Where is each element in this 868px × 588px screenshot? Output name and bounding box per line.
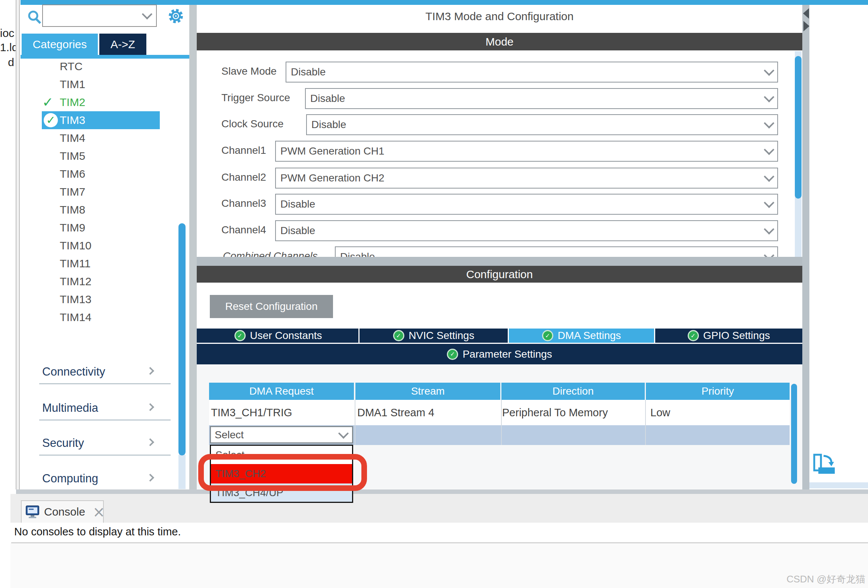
sidebar-item-tim9[interactable]: TIM9 [21,219,189,237]
mode-row-label: Channel2 [221,168,266,187]
sidebar-item-rtc[interactable]: RTC [21,58,189,75]
sidebar-item-tim10[interactable]: TIM10 [21,237,189,255]
gear-icon[interactable] [167,7,185,25]
red-annotation-box [198,454,367,491]
tab-nvic-settings[interactable]: ✓ NVIC Settings [360,328,508,343]
tab-user-constants[interactable]: ✓ User Constants [198,328,359,343]
tab-a-to-z[interactable]: A->Z [99,34,146,55]
sidebar-item-tim14[interactable]: TIM14 [21,308,189,326]
tab-categories-label: Categories [32,38,87,51]
slave-mode-select[interactable]: Disable [286,62,778,83]
chevron-down-icon [764,171,774,182]
sidebar-category-computing[interactable]: Computing [21,471,189,490]
sidebar-item-tim4[interactable]: TIM4 [21,129,189,147]
mode-scrollbar-thumb[interactable] [795,56,802,199]
mode-row-label: Trigger Source [221,88,290,108]
sidebar-item-tim11[interactable]: TIM11 [21,255,189,273]
item-label: TIM5 [60,150,85,162]
sidebar-category-connectivity[interactable]: Connectivity [21,364,189,384]
mode-row-label: Slave Mode [221,62,277,81]
sidebar-item-tim8[interactable]: TIM8 [21,201,189,219]
item-label: TIM6 [60,168,85,180]
cell-direction: Peripheral To Memory [502,400,608,425]
sidebar-item-tim3-selected[interactable]: ✓ TIM3 [21,111,189,129]
column-separator [355,400,356,445]
console-tab-label: Console [44,505,85,518]
main-splitter[interactable] [189,5,197,489]
sidebar-item-tim7[interactable]: TIM7 [21,183,189,201]
category-label: Multimedia [42,400,98,415]
search-combobox[interactable] [42,4,157,27]
item-label: TIM13 [60,293,92,305]
sidebar-item-tim13[interactable]: TIM13 [21,291,189,308]
table-row[interactable] [209,400,790,425]
tab-gpio-settings[interactable]: ✓ GPIO Settings [655,328,802,343]
sidebar-scrollbar-track[interactable] [179,455,186,489]
tab-label: GPIO Settings [703,329,770,341]
section-splitter[interactable] [197,257,802,266]
search-dropdown-chevron-icon[interactable] [142,9,152,19]
sidebar-item-tim5[interactable]: TIM5 [21,147,189,165]
channel1-select[interactable]: PWM Generation CH1 [275,141,778,162]
dma-request-combobox[interactable]: Select [210,426,353,443]
chevron-down-icon [764,92,774,102]
select-value: Disable [307,119,761,131]
tab-parameter-settings[interactable]: ✓ Parameter Settings [197,344,802,364]
sidebar-item-tim1[interactable]: TIM1 [21,75,189,93]
channel3-select[interactable]: Disable [275,194,778,215]
close-icon[interactable]: × [93,503,105,520]
column-header-priority: Priority [646,383,790,400]
configuration-section-header: Configuration [197,266,802,283]
rotate-view-icon[interactable] [812,452,836,476]
sidebar-item-tim2[interactable]: ✓ TIM2 [21,93,189,111]
sidebar-category-security[interactable]: Security [21,436,189,455]
reset-configuration-button[interactable]: Reset Configuration [210,295,333,318]
console-divider [11,542,868,543]
chevron-down-icon [764,145,774,155]
page-title-text: TIM3 Mode and Configuration [426,10,574,23]
sidebar-category-multimedia[interactable]: Multimedia [21,400,189,420]
combobox-value: Select [211,429,335,441]
tab-label: Parameter Settings [462,348,552,360]
collapse-right-triangle-icon[interactable] [803,21,809,31]
left-splitter[interactable] [16,0,20,489]
cell-stream: DMA1 Stream 4 [357,400,434,425]
right-panel-strip [802,5,809,489]
combined-channels-select[interactable]: Disable [335,247,778,257]
mode-row-label: Channel4 [221,220,266,240]
collapse-left-triangle-icon[interactable] [803,8,809,19]
check-badge-icon: ✓ [393,330,404,341]
check-badge-icon: ✓ [542,330,553,341]
sidebar-item-tim12[interactable]: TIM12 [21,273,189,291]
clock-source-select[interactable]: Disable [306,114,778,135]
tab-categories[interactable]: Categories [22,34,98,55]
item-label: TIM14 [60,311,92,323]
bottom-right-scroll-strip[interactable] [809,482,868,488]
chevron-right-icon [146,403,154,411]
search-icon [27,10,43,25]
console-tab[interactable]: Console × [21,500,104,523]
chevron-down-icon [764,224,774,235]
search-input[interactable] [43,10,143,22]
sidebar-scrollbar-thumb[interactable] [179,223,186,455]
mode-header-text: Mode [485,35,513,48]
category-label: Connectivity [42,364,105,379]
item-label: TIM2 [60,96,85,108]
sidebar-item-tim6[interactable]: TIM6 [21,165,189,183]
channel4-select[interactable]: Disable [275,220,778,241]
tab-dma-settings[interactable]: ✓ DMA Settings [509,328,654,343]
check-badge-icon: ✓ [235,330,246,341]
trigger-source-select[interactable]: Disable [305,88,778,109]
column-separator [645,400,646,445]
category-divider [39,383,171,384]
channel2-select[interactable]: PWM Generation CH2 [275,168,778,189]
checked-badge-icon: ✓ [44,113,58,127]
tab-label: DMA Settings [558,329,621,341]
check-badge-icon: ✓ [447,349,458,360]
chevron-right-icon [146,474,154,482]
check-icon: ✓ [42,93,59,111]
table-scrollbar-thumb[interactable] [791,384,797,484]
item-label: TIM4 [60,132,85,144]
column-separator [501,400,502,445]
category-divider [39,455,171,455]
